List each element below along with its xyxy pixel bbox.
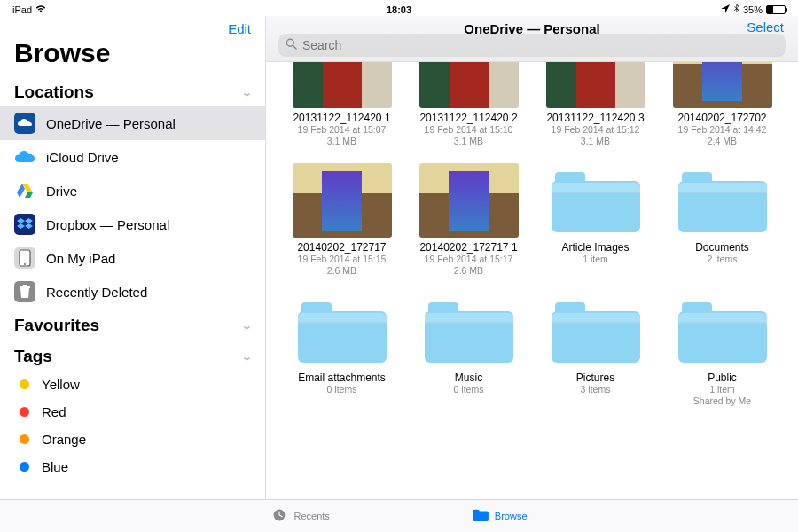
- list-item-label: iCloud Drive: [46, 150, 119, 165]
- item-name: 20131122_112420 3: [537, 112, 653, 124]
- item-meta: 0 items: [284, 384, 400, 395]
- file-item[interactable]: 20131122_112420 219 Feb 2014 at 15:103.1…: [411, 71, 527, 147]
- item-extra: Shared by Me: [664, 395, 780, 407]
- tab-browse[interactable]: Browse: [472, 508, 528, 524]
- tab-recents[interactable]: Recents: [270, 508, 329, 524]
- photo-thumbnail: [419, 62, 519, 108]
- folder-icon: [673, 293, 772, 368]
- item-meta: 2 items: [664, 254, 780, 265]
- folder-item[interactable]: Documents2 items: [664, 163, 780, 277]
- search-icon: [286, 38, 297, 52]
- battery-icon: [766, 5, 786, 14]
- edit-button[interactable]: Edit: [228, 21, 251, 36]
- photo-thumbnail: [293, 163, 392, 238]
- battery-pct: 35%: [743, 4, 763, 15]
- page-title: Browse: [0, 36, 265, 75]
- item-size: 3.1 MB: [411, 136, 527, 147]
- status-bar: iPad 18:03 35%: [0, 0, 798, 16]
- list-item-label: Blue: [42, 459, 68, 474]
- main-header: OneDrive — Personal Select: [266, 16, 798, 62]
- folder-icon: [293, 293, 392, 368]
- photo-thumbnail: [419, 163, 519, 238]
- item-name: 20140202_172702: [664, 112, 780, 124]
- sidebar-tag-red[interactable]: Red: [0, 398, 265, 426]
- file-item[interactable]: 20140202_17270219 Feb 2014 at 14:422.4 M…: [664, 71, 780, 147]
- item-date: 19 Feb 2014 at 15:15: [284, 254, 400, 265]
- search-field[interactable]: [278, 34, 786, 57]
- sidebar-location-dropbox[interactable]: Dropbox — Personal: [0, 207, 265, 241]
- folder-item[interactable]: Article Images1 item: [537, 163, 653, 277]
- item-date: 19 Feb 2014 at 15:17: [411, 254, 527, 265]
- tag-dot-icon: [20, 462, 29, 472]
- list-item-label: Red: [42, 404, 66, 419]
- item-meta: 1 item: [664, 384, 780, 395]
- photo-thumbnail: [546, 62, 645, 108]
- file-item[interactable]: 20140202_172717 119 Feb 2014 at 15:172.6…: [411, 163, 527, 277]
- item-name: Article Images: [537, 241, 653, 254]
- clock: 18:03: [387, 4, 411, 15]
- folder-item[interactable]: Public1 itemShared by Me: [664, 293, 780, 407]
- photo-thumbnail: [293, 62, 392, 108]
- clock-icon: [270, 508, 288, 524]
- sidebar-tag-blue[interactable]: Blue: [0, 453, 265, 481]
- locations-header[interactable]: Locations ⌄: [0, 75, 265, 106]
- photo-thumbnail: [673, 62, 772, 108]
- item-name: 20140202_172717 1: [411, 241, 527, 254]
- wifi-icon: [35, 4, 46, 15]
- sidebar-tag-orange[interactable]: Orange: [0, 426, 265, 453]
- item-name: Email attachments: [284, 372, 400, 384]
- tag-dot-icon: [20, 379, 29, 389]
- sidebar-location-onedrive[interactable]: OneDrive — Personal: [0, 106, 265, 140]
- item-date: 19 Feb 2014 at 15:10: [411, 124, 527, 136]
- folder-item[interactable]: Email attachments0 items: [284, 293, 400, 407]
- folder-icon: [546, 163, 645, 238]
- item-meta: 3 items: [537, 384, 653, 395]
- item-size: 3.1 MB: [537, 136, 653, 147]
- tag-dot-icon: [20, 434, 29, 444]
- folder-icon: [419, 293, 519, 368]
- item-name: Pictures: [537, 372, 653, 384]
- folder-item[interactable]: Pictures3 items: [537, 293, 653, 407]
- locations-label: Locations: [14, 82, 94, 102]
- item-name: 20131122_112420 2: [411, 112, 527, 124]
- file-item[interactable]: 20140202_17271719 Feb 2014 at 15:152.6 M…: [284, 163, 400, 277]
- list-item-label: Yellow: [42, 377, 80, 392]
- location-icon: [721, 4, 730, 15]
- svg-point-1: [24, 263, 26, 265]
- list-item-label: Dropbox — Personal: [46, 217, 169, 232]
- bluetooth-icon: [733, 4, 739, 15]
- sidebar-location-icloud[interactable]: iCloud Drive: [0, 140, 265, 174]
- device-label: iPad: [12, 4, 32, 15]
- item-meta: 1 item: [537, 254, 653, 265]
- item-name: 20140202_172717: [284, 241, 400, 254]
- tag-dot-icon: [20, 407, 29, 417]
- item-meta: 0 items: [411, 384, 527, 395]
- folder-item[interactable]: Music0 items: [411, 293, 527, 407]
- item-size: 3.1 MB: [284, 136, 400, 147]
- tab-recents-label: Recents: [293, 511, 329, 521]
- search-input[interactable]: [302, 38, 778, 52]
- sidebar-location-gdrive[interactable]: Drive: [0, 174, 265, 207]
- chevron-down-icon: ⌄: [241, 351, 253, 363]
- file-item[interactable]: 20131122_112420 319 Feb 2014 at 15:123.1…: [537, 71, 653, 147]
- sidebar: Edit Browse Locations ⌄ OneDrive — Perso…: [0, 16, 266, 499]
- folder-icon: [546, 293, 645, 368]
- tags-header[interactable]: Tags ⌄: [0, 340, 265, 371]
- list-item-label: OneDrive — Personal: [46, 116, 176, 131]
- sidebar-location-ipad[interactable]: On My iPad: [0, 241, 265, 275]
- sidebar-location-trash[interactable]: Recently Deleted: [0, 275, 265, 309]
- select-button[interactable]: Select: [747, 20, 784, 35]
- chevron-down-icon: ⌄: [241, 320, 253, 332]
- chevron-down-icon: ⌄: [241, 87, 253, 98]
- tab-bar: Recents Browse: [0, 499, 798, 532]
- main-panel: OneDrive — Personal Select 20131122_1124…: [266, 16, 798, 499]
- item-size: 2.4 MB: [664, 136, 780, 147]
- sidebar-tag-yellow[interactable]: Yellow: [0, 371, 265, 398]
- file-item[interactable]: 20131122_112420 119 Feb 2014 at 15:073.1…: [284, 71, 400, 147]
- file-grid[interactable]: 20131122_112420 119 Feb 2014 at 15:073.1…: [266, 62, 798, 499]
- item-name: Documents: [664, 241, 780, 254]
- favourites-header[interactable]: Favourites ⌄: [0, 309, 265, 340]
- item-size: 2.6 MB: [411, 265, 527, 277]
- svg-line-3: [293, 46, 297, 50]
- list-item-label: Orange: [42, 432, 86, 447]
